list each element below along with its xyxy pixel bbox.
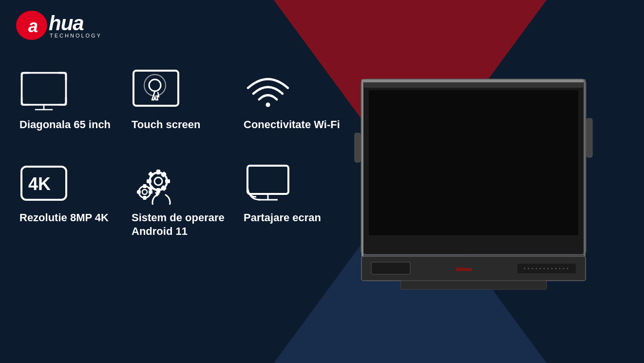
product-image: dahua <box>332 55 615 308</box>
features-grid: Diagonala 65 inch Touch screen <box>19 68 356 239</box>
svg-rect-54 <box>361 79 363 256</box>
touch-icon <box>132 68 180 112</box>
brand-name: hua <box>49 13 102 34</box>
wifi-label: Conectivitate Wi-Fi <box>244 118 340 132</box>
svg-point-43 <box>544 267 545 269</box>
logo-text-group: hua TECHNOLOGY <box>49 13 102 38</box>
screen-svg <box>19 69 68 112</box>
4k-svg: 4K <box>19 162 68 205</box>
wifi-icon <box>244 68 292 112</box>
brand-logo: a hua TECHNOLOGY <box>15 10 102 41</box>
os-label: Sistem de operare Android 11 <box>132 211 225 239</box>
svg-point-46 <box>555 267 557 269</box>
svg-point-22 <box>142 190 147 194</box>
svg-point-41 <box>536 267 537 269</box>
gear-svg <box>132 162 180 205</box>
diagonal-label: Diagonala 65 inch <box>19 118 111 132</box>
svg-point-8 <box>265 102 270 107</box>
svg-rect-52 <box>400 281 547 289</box>
svg-rect-25 <box>137 190 141 193</box>
svg-rect-24 <box>143 196 147 200</box>
svg-point-42 <box>540 267 541 269</box>
svg-rect-17 <box>148 171 154 177</box>
feature-diagonal: Diagonala 65 inch <box>19 68 122 132</box>
resolution-label: Rezolutie 8MP 4K <box>19 211 109 225</box>
screen-icon <box>19 68 68 112</box>
4k-icon: 4K <box>19 161 68 205</box>
svg-rect-13 <box>156 170 160 174</box>
os-label-line2: Android 11 <box>132 225 188 237</box>
svg-point-47 <box>559 267 561 269</box>
touch-label: Touch screen <box>132 118 200 132</box>
svg-rect-28 <box>247 166 288 194</box>
gear-icon <box>132 161 180 205</box>
svg-text:4K: 4K <box>28 174 51 194</box>
svg-point-48 <box>563 267 565 269</box>
svg-rect-53 <box>361 79 586 82</box>
svg-text:a: a <box>28 16 38 36</box>
monitor-svg: dahua <box>332 55 615 308</box>
share-label: Partajare ecran <box>244 211 321 225</box>
cast-icon <box>244 161 292 205</box>
feature-4k: 4K Rezolutie 8MP 4K <box>19 161 122 239</box>
svg-rect-50 <box>587 118 592 157</box>
logo-icon: a <box>15 10 49 41</box>
svg-rect-51 <box>355 133 360 162</box>
svg-point-45 <box>551 267 553 269</box>
svg-point-38 <box>524 267 526 269</box>
svg-rect-35 <box>371 262 410 274</box>
svg-rect-16 <box>165 179 170 183</box>
feature-touch: Touch screen <box>132 68 234 132</box>
svg-text:dahua: dahua <box>456 266 472 272</box>
svg-point-40 <box>532 267 533 269</box>
svg-point-49 <box>567 267 568 269</box>
touch-svg <box>132 69 180 112</box>
svg-point-12 <box>154 177 162 185</box>
svg-rect-26 <box>149 190 152 193</box>
svg-point-6 <box>149 79 161 91</box>
page-wrapper: a hua TECHNOLOGY <box>0 0 644 363</box>
svg-rect-14 <box>156 188 160 193</box>
svg-point-44 <box>548 267 549 269</box>
svg-rect-23 <box>143 184 147 188</box>
svg-rect-55 <box>584 79 586 256</box>
svg-rect-2 <box>22 73 66 105</box>
os-label-line1: Sistem de operare <box>132 211 225 224</box>
wifi-svg <box>244 71 292 110</box>
svg-rect-32 <box>364 82 583 88</box>
svg-point-39 <box>528 267 530 269</box>
feature-os: Sistem de operare Android 11 <box>132 161 234 239</box>
cast-svg <box>244 162 292 205</box>
svg-rect-15 <box>147 179 152 183</box>
brand-subtitle: TECHNOLOGY <box>50 33 102 38</box>
svg-rect-33 <box>369 90 578 235</box>
